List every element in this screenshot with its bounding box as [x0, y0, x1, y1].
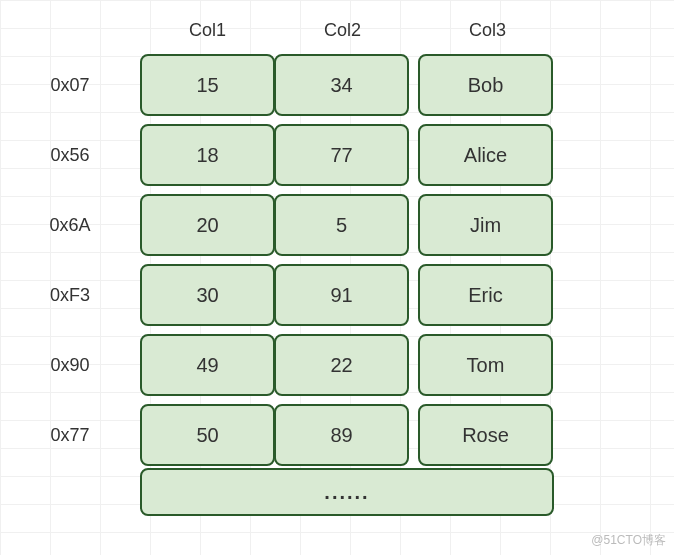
table-row: 0x90 49 22 Tom [20, 330, 555, 400]
row-key: 0x56 [20, 145, 120, 166]
table-cell: Alice [418, 124, 553, 186]
table-row: 0xF3 30 91 Eric [20, 260, 555, 330]
table-cell: 18 [140, 124, 275, 186]
table-cell: Jim [418, 194, 553, 256]
row-key: 0xF3 [20, 285, 120, 306]
table-diagram: Col1 Col2 Col3 0x07 15 34 Bob 0x56 18 77… [20, 10, 555, 516]
watermark: @51CTO博客 [591, 532, 666, 549]
table-cell: 22 [274, 334, 409, 396]
col-header-3: Col3 [420, 20, 555, 41]
ellipsis-row: ...... [140, 468, 554, 516]
table-row: 0x6A 20 5 Jim [20, 190, 555, 260]
row-key: 0x07 [20, 75, 120, 96]
row-key: 0x90 [20, 355, 120, 376]
table-cell: Bob [418, 54, 553, 116]
table-row: 0x07 15 34 Bob [20, 50, 555, 120]
table-cell: Eric [418, 264, 553, 326]
col-header-2: Col2 [275, 20, 410, 41]
table-row: 0x77 50 89 Rose [20, 400, 555, 470]
table-cell: 91 [274, 264, 409, 326]
table-cell: 30 [140, 264, 275, 326]
table-cell: 5 [274, 194, 409, 256]
table-cell: 89 [274, 404, 409, 466]
table-row: 0x56 18 77 Alice [20, 120, 555, 190]
row-key: 0x77 [20, 425, 120, 446]
table-cell: 50 [140, 404, 275, 466]
table-cell: 77 [274, 124, 409, 186]
col-header-1: Col1 [140, 20, 275, 41]
table-cell: 34 [274, 54, 409, 116]
table-cell: 15 [140, 54, 275, 116]
row-key: 0x6A [20, 215, 120, 236]
column-header-row: Col1 Col2 Col3 [140, 10, 555, 50]
table-cell: 20 [140, 194, 275, 256]
table-cell: Rose [418, 404, 553, 466]
table-cell: 49 [140, 334, 275, 396]
table-cell: Tom [418, 334, 553, 396]
